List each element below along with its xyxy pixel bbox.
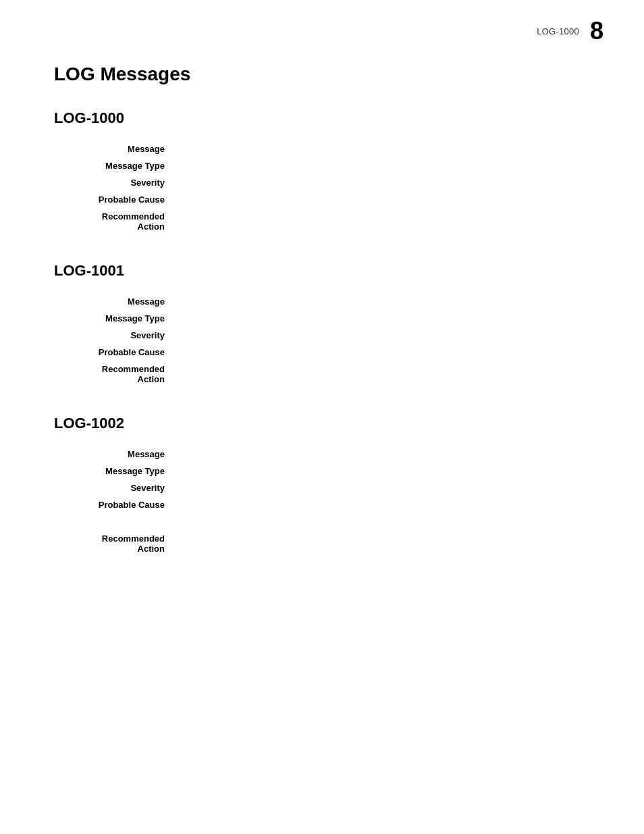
field-value-message-type [176,157,590,174]
main-title: LOG Messages [54,63,590,85]
table-row: Message [54,446,590,463]
log-section-1002: LOG-1002 Message Message Type Severity P… [54,415,590,557]
field-value-probable-cause [176,496,590,513]
table-row: Probable Cause [54,496,590,513]
field-label-message-type: Message Type [54,310,176,327]
table-row: Message [54,293,590,310]
field-label-severity: Severity [54,174,176,191]
table-row: RecommendedAction [54,361,590,388]
table-row: Severity [54,479,590,496]
table-row: Severity [54,174,590,191]
log-1000-table: Message Message Type Severity Probable C… [54,140,590,235]
field-value-severity [176,479,590,496]
field-value-recommended-action [176,361,590,388]
field-value-recommended-action [176,208,590,235]
table-row: RecommendedAction [54,208,590,235]
log-1001-title: LOG-1001 [54,262,590,280]
field-label-recommended-action: RecommendedAction [54,513,176,557]
field-label-probable-cause: Probable Cause [54,344,176,361]
field-value-message-type [176,463,590,479]
table-row: Message [54,140,590,157]
field-label-severity: Severity [54,479,176,496]
field-label-recommended-action: RecommendedAction [54,208,176,235]
field-label-severity: Severity [54,327,176,344]
field-value-severity [176,174,590,191]
field-value-probable-cause [176,191,590,208]
field-value-message [176,293,590,310]
field-label-recommended-action: RecommendedAction [54,361,176,388]
field-label-probable-cause: Probable Cause [54,496,176,513]
header-label: LOG-1000 [537,26,579,36]
field-value-probable-cause [176,344,590,361]
log-1002-table: Message Message Type Severity Probable C… [54,446,590,557]
table-row: Message Type [54,463,590,479]
page-header: LOG-1000 8 [0,0,644,50]
field-label-message-type: Message Type [54,157,176,174]
table-row: Severity [54,327,590,344]
log-1001-table: Message Message Type Severity Probable C… [54,293,590,388]
table-row: RecommendedAction [54,513,590,557]
field-label-message: Message [54,293,176,310]
log-1000-title: LOG-1000 [54,109,590,127]
field-value-severity [176,327,590,344]
field-value-message-type [176,310,590,327]
field-label-message: Message [54,140,176,157]
log-1002-title: LOG-1002 [54,415,590,432]
log-section-1000: LOG-1000 Message Message Type Severity P… [54,109,590,235]
page-content: LOG Messages LOG-1000 Message Message Ty… [0,50,644,625]
field-value-message [176,446,590,463]
field-value-message [176,140,590,157]
table-row: Message Type [54,157,590,174]
field-label-message: Message [54,446,176,463]
field-label-probable-cause: Probable Cause [54,191,176,208]
table-row: Probable Cause [54,191,590,208]
field-label-message-type: Message Type [54,463,176,479]
table-row: Message Type [54,310,590,327]
log-section-1001: LOG-1001 Message Message Type Severity P… [54,262,590,388]
table-row: Probable Cause [54,344,590,361]
field-value-recommended-action [176,513,590,557]
page-number: 8 [590,19,603,43]
